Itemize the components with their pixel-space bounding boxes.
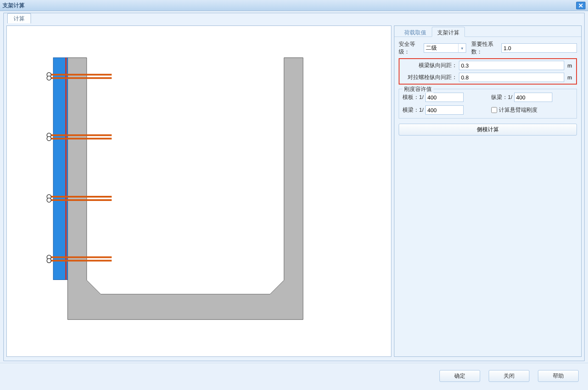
stiffness-legend: 刚度容许值 <box>402 85 433 93</box>
beam-spacing-label: 横梁纵向间距： <box>402 62 457 69</box>
svg-point-13 <box>47 136 51 141</box>
side-formwork-calc-button[interactable]: 侧模计算 <box>399 124 577 136</box>
formwork-label: 模板：1/ <box>402 93 424 101</box>
crossbeam-label: 横梁：1/ <box>402 106 424 114</box>
bolt-spacing-label: 对拉螺栓纵向间距： <box>402 73 457 81</box>
window-title: 支架计算 <box>3 2 576 9</box>
row-bolt-spacing: 对拉螺栓纵向间距： m <box>402 73 574 82</box>
tab-support-calc[interactable]: 支架计算 <box>432 27 465 37</box>
content-row: 荷载取值 支架计算 安全等级： 二级 ▾ 重要性系数： <box>4 23 584 359</box>
bottom-bar: 确定 关闭 帮助 <box>0 363 588 388</box>
crossbeam-input[interactable] <box>425 105 464 115</box>
longbeam-input[interactable] <box>514 93 552 102</box>
safety-level-select[interactable]: 二级 ▾ <box>424 43 466 53</box>
row-beam-spacing: 横梁纵向间距： m <box>402 61 574 70</box>
ok-button[interactable]: 确定 <box>439 370 480 382</box>
tab-calculate[interactable]: 计算 <box>7 13 31 23</box>
bolt-spacing-input[interactable] <box>459 73 564 82</box>
beam-spacing-input[interactable] <box>459 61 564 70</box>
row-formwork: 模板：1/ <box>402 93 484 102</box>
row-safety: 安全等级： 二级 ▾ 重要性系数： <box>399 40 577 56</box>
svg-point-15 <box>47 198 51 202</box>
row-cantilever: 计算悬臂端刚度 <box>491 105 573 115</box>
close-button[interactable]: 关闭 <box>489 370 529 382</box>
help-button[interactable]: 帮助 <box>538 370 579 382</box>
side-content: 安全等级： 二级 ▾ 重要性系数： 横梁纵向间距： m <box>394 37 581 139</box>
cantilever-label: 计算悬臂端刚度 <box>499 106 537 114</box>
outer-tab-container: 计算 <box>3 13 585 361</box>
svg-point-11 <box>47 76 51 80</box>
title-bar: 支架计算 <box>0 0 588 11</box>
row-longbeam: 纵梁：1/ <box>491 93 573 102</box>
unit-m-1: m <box>566 62 574 69</box>
longbeam-label: 纵梁：1/ <box>491 93 512 101</box>
parameter-panel: 荷载取值 支架计算 安全等级： 二级 ▾ 重要性系数： <box>394 25 582 357</box>
chevron-down-icon: ▾ <box>458 44 466 52</box>
diagram-canvas[interactable] <box>6 25 391 357</box>
main-area: 计算 <box>0 11 588 363</box>
structure-diagram <box>7 26 391 356</box>
safety-level-value: 二级 <box>426 44 437 52</box>
close-icon[interactable] <box>576 2 585 9</box>
stiffness-grid: 模板：1/ 纵梁：1/ 横梁：1/ <box>402 93 573 115</box>
row-crossbeam: 横梁：1/ <box>402 105 484 115</box>
cantilever-checkbox[interactable] <box>491 107 497 113</box>
highlighted-inputs: 横梁纵向间距： m 对拉螺栓纵向间距： m <box>399 58 577 85</box>
importance-label: 重要性系数： <box>471 40 500 56</box>
unit-m-2: m <box>566 74 574 81</box>
stiffness-fieldset: 刚度容许值 模板：1/ 纵梁：1/ 横梁：1/ <box>399 89 577 119</box>
svg-point-17 <box>47 259 51 263</box>
side-tab-strip: 荷载取值 支架计算 <box>394 26 581 37</box>
tab-load-values[interactable]: 荷载取值 <box>399 27 432 37</box>
safety-level-label: 安全等级： <box>399 40 422 56</box>
importance-input[interactable] <box>501 43 577 53</box>
outer-tab-strip: 计算 <box>4 13 584 23</box>
formwork-input[interactable] <box>425 93 464 102</box>
side-calc-label: 侧模计算 <box>477 126 499 133</box>
